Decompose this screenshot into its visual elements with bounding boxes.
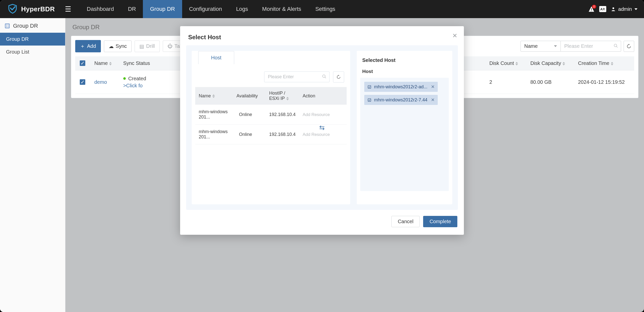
add-resource-link[interactable]: Add Resource: [303, 112, 330, 117]
host-refresh-button[interactable]: [333, 71, 344, 83]
selected-host-panel: Selected Host Host mhm-windows2012r2-ad.…: [357, 51, 452, 204]
svg-point-2: [612, 7, 614, 9]
hcol-availability: Availability: [236, 93, 258, 98]
top-nav: Dashboard DR Group DR Configuration Logs…: [80, 0, 342, 18]
user-name: admin: [618, 6, 632, 12]
hcol-hostip[interactable]: HostIP / ESXi IP: [269, 91, 285, 101]
language-switch-icon[interactable]: A文: [599, 6, 606, 12]
svg-rect-13: [368, 98, 371, 101]
nav-configuration[interactable]: Configuration: [182, 0, 229, 18]
host-name-cell: mhm-windows201...: [199, 129, 228, 139]
remove-tag-icon[interactable]: ✕: [430, 97, 435, 103]
menu-toggle-icon[interactable]: ☰: [62, 5, 74, 13]
selected-host-title: Selected Host: [362, 57, 447, 63]
caret-down-icon: [634, 8, 637, 10]
notification-badge: 0: [592, 5, 596, 9]
selected-tag-label: mhm-windows2012r2-7.44: [374, 97, 427, 103]
selected-host-tag: mhm-windows2012r2-7.44 ✕: [364, 95, 438, 105]
hcol-action: Action: [303, 93, 315, 98]
svg-line-11: [325, 77, 326, 78]
nav-settings[interactable]: Settings: [308, 0, 342, 18]
sort-icon[interactable]: [212, 94, 215, 98]
select-host-modal: Select Host ✕ Host: [180, 26, 464, 235]
hostip-cell: 192.168.10.4: [269, 112, 296, 117]
transfer-arrows-icon: ⇆: [319, 124, 325, 132]
notifications-icon[interactable]: 0: [588, 6, 595, 12]
complete-button[interactable]: Complete: [423, 216, 457, 227]
nav-group-dr[interactable]: Group DR: [143, 0, 182, 18]
host-name-cell: mhm-windows201...: [199, 109, 228, 120]
host-table: Name Availability HostIP / ESXi IP Actio…: [195, 87, 347, 144]
cancel-button[interactable]: Cancel: [391, 216, 420, 227]
host-row: mhm-windows201... Online 192.168.10.4 Ad…: [195, 105, 347, 125]
hcol-name[interactable]: Name: [199, 93, 211, 98]
host-chip-icon: [367, 85, 372, 89]
remove-tag-icon[interactable]: ✕: [430, 84, 435, 90]
svg-rect-12: [368, 85, 371, 88]
modal-close-icon[interactable]: ✕: [452, 32, 457, 39]
host-tab[interactable]: Host: [198, 51, 234, 64]
nav-monitor-alerts[interactable]: Monitor & Alerts: [255, 0, 308, 18]
nav-logs[interactable]: Logs: [229, 0, 255, 18]
refresh-icon: [336, 75, 341, 79]
host-source-panel: Host: [192, 51, 350, 204]
brand-text: HyperBDR: [21, 5, 55, 13]
user-icon: [611, 7, 616, 12]
hostip-cell: 192.168.10.4: [269, 132, 296, 137]
svg-rect-0: [591, 8, 591, 10]
svg-rect-1: [591, 10, 591, 11]
svg-point-10: [323, 75, 325, 77]
nav-dashboard[interactable]: Dashboard: [80, 0, 121, 18]
availability-cell: Online: [239, 112, 252, 117]
selected-tag-label: mhm-windows2012r2-ad...: [374, 84, 427, 90]
selected-host-tag: mhm-windows2012r2-ad... ✕: [364, 82, 438, 92]
modal-title: Select Host: [186, 32, 458, 45]
nav-dr[interactable]: DR: [121, 0, 143, 18]
sort-icon[interactable]: [286, 97, 289, 100]
brand-block: HyperBDR: [0, 4, 62, 15]
host-search-input[interactable]: [264, 71, 330, 82]
brand-shield-icon: [8, 4, 18, 15]
add-resource-link[interactable]: Add Resource: [303, 132, 330, 137]
user-menu[interactable]: admin: [611, 6, 637, 12]
host-chip-icon: [367, 98, 372, 102]
selected-host-sub: Host: [362, 69, 447, 74]
availability-cell: Online: [239, 132, 252, 137]
search-icon[interactable]: [322, 74, 327, 80]
